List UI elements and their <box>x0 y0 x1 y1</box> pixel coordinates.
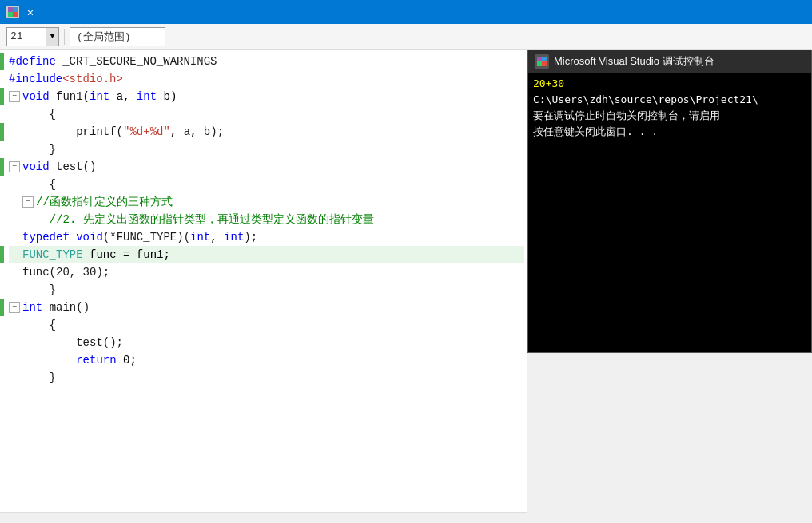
code-line: typedef void(*FUNC_TYPE)(int, int); <box>9 228 524 246</box>
svg-rect-5 <box>542 57 547 61</box>
code-line: FUNC_TYPE func = fun1; <box>9 246 524 263</box>
close-button[interactable]: ✕ <box>24 6 37 18</box>
main-area: #define _CRT_SECURE_NO_WARNINGS #include… <box>0 50 812 523</box>
console-output-line: 20+30 <box>533 76 806 92</box>
code-line: − //函数指针定义的三种方式 <box>9 193 524 211</box>
code-line: − void fun1(int a, int b) <box>9 88 524 105</box>
console-title: Microsoft Visual Studio 调试控制台 <box>554 54 714 69</box>
console-body: 20+30 C:\Users\zdh\source\repos\Project2… <box>528 73 811 352</box>
title-bar: ✕ <box>0 0 812 24</box>
toolbar-separator <box>64 29 65 45</box>
svg-rect-1 <box>13 7 18 12</box>
code-line: − int main() <box>9 299 524 316</box>
code-line: test(); <box>9 334 524 351</box>
horizontal-scrollbar[interactable] <box>0 512 527 523</box>
code-line: − void test() <box>9 158 524 176</box>
line-number-input[interactable]: 21 <box>6 27 46 46</box>
code-line: return 0; <box>9 351 524 369</box>
code-line: printf("%d+%d", a, b); <box>9 123 524 141</box>
console-output-line: 要在调试停止时自动关闭控制台，请启用 <box>533 108 806 124</box>
svg-rect-6 <box>537 61 542 66</box>
app-icon <box>6 6 19 18</box>
code-line: { <box>9 316 524 334</box>
code-line: } <box>9 141 524 158</box>
code-line: func(20, 30); <box>9 263 524 281</box>
console-app-icon <box>535 54 549 69</box>
svg-rect-0 <box>8 7 13 12</box>
console-panel: Microsoft Visual Studio 调试控制台 20+30 C:\U… <box>527 50 812 353</box>
line-dropdown-arrow[interactable]: ▼ <box>46 27 59 46</box>
code-panel: #define _CRT_SECURE_NO_WARNINGS #include… <box>0 50 527 523</box>
console-output-line: 按任意键关闭此窗口. . . <box>533 124 806 140</box>
code-line: #include<stdio.h> <box>9 70 524 88</box>
toolbar-left: 21 ▼ (全局范围) <box>0 27 812 46</box>
console-output-line: C:\Users\zdh\source\repos\Project21\ <box>533 92 806 108</box>
svg-rect-7 <box>542 61 547 66</box>
svg-rect-2 <box>8 12 13 17</box>
code-line: { <box>9 105 524 123</box>
code-line: } <box>9 281 524 299</box>
code-editor[interactable]: #define _CRT_SECURE_NO_WARNINGS #include… <box>4 50 527 512</box>
toolbar: 21 ▼ (全局范围) <box>0 24 812 50</box>
code-line: } <box>9 369 524 386</box>
console-title-bar: Microsoft Visual Studio 调试控制台 <box>528 50 811 73</box>
code-line: #define _CRT_SECURE_NO_WARNINGS <box>9 53 524 70</box>
svg-rect-4 <box>537 57 542 61</box>
code-line: //2. 先定义出函数的指针类型，再通过类型定义函数的指针变量 <box>9 211 524 228</box>
scope-selector[interactable]: (全局范围) <box>70 27 165 46</box>
code-line: { <box>9 176 524 193</box>
svg-rect-3 <box>13 12 18 17</box>
